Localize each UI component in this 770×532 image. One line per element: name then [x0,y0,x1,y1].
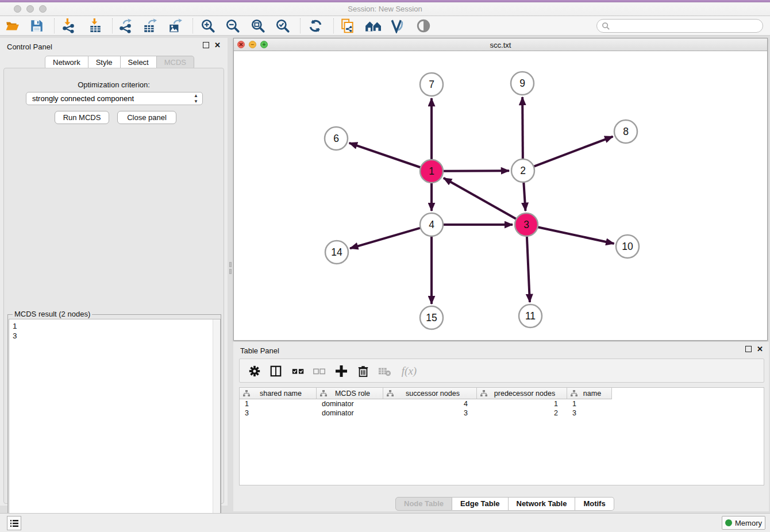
graph-node-4[interactable]: 4 [420,213,443,236]
toolbar-separator [54,18,55,33]
import-network-icon[interactable] [60,18,76,34]
edge-2-8[interactable] [534,137,613,167]
select-all-icon[interactable] [290,363,306,379]
apply-style-icon[interactable] [390,18,406,34]
search-icon [602,22,610,30]
column-header-MCDS-role[interactable]: MCDS role [317,388,383,399]
mcds-result-text[interactable]: 1 3 [9,319,221,532]
float-table-panel-icon[interactable] [745,346,752,352]
graph-node-14[interactable]: 14 [325,241,348,264]
run-mcds-button[interactable]: Run MCDS [55,111,109,124]
import-table-icon[interactable] [87,18,103,34]
column-header-predecessor-nodes[interactable]: predecessor nodes [477,388,567,399]
graph-node-6[interactable]: 6 [325,127,348,150]
cell-successor-nodes[interactable]: 3 [383,408,477,418]
node-label: 11 [525,310,536,322]
network-window-title: scc.txt [234,41,767,49]
node-label: 8 [623,126,629,137]
cell-MCDS-role[interactable]: dominator [317,408,383,418]
cell-name[interactable]: 1 [567,399,612,408]
float-panel-icon[interactable] [203,42,209,48]
columns-icon[interactable] [268,363,284,379]
result-scrollbar[interactable] [213,319,220,531]
edge-3-10[interactable] [538,227,614,244]
table-panel: Table Panel ✕ [233,342,769,511]
zoom-selected-icon[interactable] [275,18,291,34]
table-row[interactable]: 1dominator411 [240,399,764,408]
graph-node-2[interactable]: 2 [511,159,534,182]
graph-node-15[interactable]: 15 [420,306,443,329]
task-history-button[interactable] [7,516,21,530]
graph-node-9[interactable]: 9 [511,72,534,95]
edge-1-2[interactable] [443,171,509,171]
export-network-icon[interactable] [117,18,133,34]
status-bar: Memory [0,513,770,532]
delete-column-icon[interactable] [355,363,371,379]
table-tab-node-table[interactable]: Node Table [395,497,452,511]
zoom-fit-icon[interactable] [250,18,266,34]
table-panel-title: Table Panel [240,346,279,355]
add-column-icon[interactable] [333,363,349,379]
gear-icon[interactable] [247,363,263,379]
close-panel-button[interactable]: Close panel [117,111,176,124]
column-header-shared-name[interactable]: shared name [240,388,317,399]
window-top-strip [0,0,770,2]
edge-4-14[interactable] [350,228,421,249]
zoom-out-icon[interactable] [225,18,241,34]
graph-node-1[interactable]: 1 [420,160,443,183]
zoom-in-icon[interactable] [200,18,216,34]
cell-successor-nodes[interactable]: 4 [383,399,477,408]
vertical-splitter[interactable] [228,38,233,506]
control-panel: Control Panel ✕ NetworkStyleSelectMCDS O… [0,38,228,506]
table-tab-network-table[interactable]: Network Table [509,497,576,511]
table-tab-motifs[interactable]: Motifs [575,497,614,511]
cell-name[interactable]: 3 [567,408,612,418]
edge-3-11[interactable] [527,236,530,302]
refresh-icon[interactable] [307,18,324,34]
cell-MCDS-role[interactable]: dominator [317,399,383,408]
table-tab-edge-table[interactable]: Edge Table [452,497,508,511]
export-image-icon[interactable] [167,18,183,34]
close-panel-icon[interactable]: ✕ [214,42,221,48]
first-neighbors-icon[interactable] [364,18,384,34]
criterion-select[interactable]: strongly connected component ▲▼ [26,92,203,105]
mcds-result-title: MCDS result (2 nodes) [13,310,92,318]
open-file-icon[interactable] [5,18,21,34]
hide-details-icon[interactable] [415,18,432,34]
toolbar-separator [333,18,334,33]
close-table-panel-icon[interactable]: ✕ [757,346,763,352]
unselect-all-icon[interactable] [311,363,328,379]
network-window-titlebar[interactable]: ✕ − + scc.txt [234,38,767,51]
network-graph[interactable]: 7968124314101511 [234,51,767,340]
memory-button[interactable]: Memory [722,516,765,530]
edge-1-6[interactable] [349,143,421,168]
column-header-successor-nodes[interactable]: successor nodes [383,388,477,399]
cell-predecessor-nodes[interactable]: 1 [477,399,567,408]
cell-predecessor-nodes[interactable]: 2 [477,408,567,418]
node-table: shared nameMCDS rolesuccessor nodesprede… [239,387,764,485]
graph-node-8[interactable]: 8 [614,120,637,143]
column-header-name[interactable]: name [567,388,612,399]
edge-2-3[interactable] [523,182,525,211]
optimization-criterion-label: Optimization criterion: [4,80,224,89]
table-tabs: Node TableEdge TableNetwork TableMotifs [395,497,614,511]
cell-shared-name[interactable]: 1 [240,399,317,408]
search-field[interactable] [596,19,763,33]
fx-label: f(x) [402,365,417,377]
save-session-icon[interactable] [29,18,45,34]
clone-network-icon[interactable] [340,18,356,34]
table-toolbar: f(x) [239,358,764,383]
export-table-icon[interactable] [142,18,158,34]
search-input[interactable] [610,22,754,30]
cell-shared-name[interactable]: 3 [240,408,317,418]
graph-node-10[interactable]: 10 [616,235,639,258]
table-body: 1dominator4113dominator323 [240,399,764,418]
edge-2-9[interactable] [522,97,523,159]
title-bar: Session: New Session [0,0,770,16]
delete-table-icon [376,363,392,379]
graph-node-7[interactable]: 7 [420,73,443,96]
graph-node-3[interactable]: 3 [515,213,538,236]
graph-node-11[interactable]: 11 [519,304,542,327]
table-row[interactable]: 3dominator323 [240,408,764,418]
edge-3-1[interactable] [444,178,517,219]
